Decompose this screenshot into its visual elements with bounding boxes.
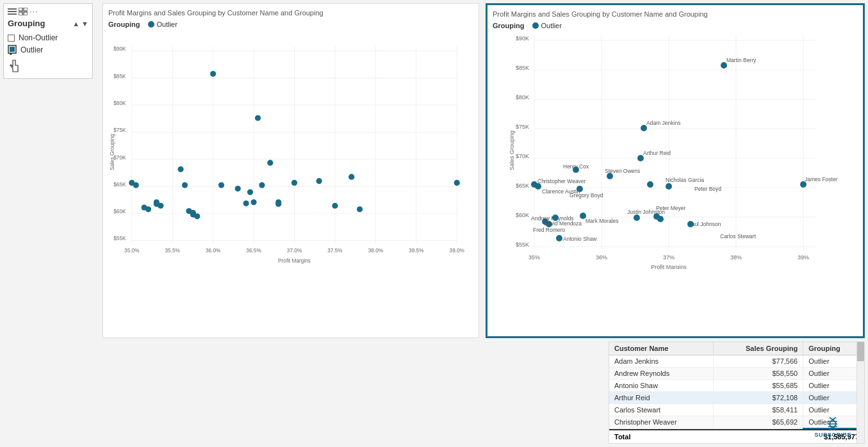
- sort-up-icon[interactable]: ▲: [72, 20, 79, 28]
- svg-point-49: [145, 206, 151, 212]
- svg-rect-5: [19, 12, 22, 15]
- cell-sales: $55,685: [714, 380, 803, 392]
- table-row: Arthur Reid $72,108 Outlier: [609, 392, 864, 404]
- cell-grouping: Outlier: [803, 404, 864, 416]
- svg-text:Antonio Shaw: Antonio Shaw: [563, 236, 597, 242]
- svg-point-69: [275, 199, 281, 205]
- svg-text:Sales Grouping: Sales Grouping: [110, 134, 115, 170]
- filter-title: Grouping: [8, 19, 45, 28]
- non-outlier-label: Non-Outlier: [19, 33, 58, 42]
- svg-text:$80K: $80K: [113, 101, 126, 106]
- cell-name: Carlos Stewart: [609, 404, 714, 416]
- svg-point-58: [194, 213, 200, 219]
- svg-text:Sales Grouping: Sales Grouping: [509, 131, 515, 170]
- svg-text:36.0%: 36.0%: [206, 248, 221, 254]
- svg-point-132: [647, 181, 653, 188]
- svg-point-106: [535, 183, 541, 190]
- svg-point-66: [259, 182, 265, 188]
- svg-text:Nicholas Garcia: Nicholas Garcia: [666, 177, 704, 183]
- cell-name: Antonio Shaw: [609, 380, 714, 392]
- svg-text:35.5%: 35.5%: [165, 248, 180, 254]
- more-icon: ···: [29, 6, 38, 16]
- left-chart-svg: $55K $60K $65K $70K $75K $80K $85K $90K …: [108, 31, 473, 268]
- svg-text:$90K: $90K: [113, 46, 126, 52]
- menu-icon: [8, 8, 17, 15]
- svg-text:$60K: $60K: [516, 212, 529, 218]
- cell-grouping: Outlier: [803, 392, 864, 404]
- left-legend-dot: [148, 21, 154, 28]
- left-legend-outlier-item: Outlier: [148, 20, 177, 28]
- sort-down-icon[interactable]: ▼: [81, 20, 88, 28]
- filter-card-icons: ···: [8, 6, 38, 16]
- svg-point-63: [247, 190, 253, 195]
- svg-text:$85K: $85K: [113, 74, 126, 79]
- svg-point-114: [556, 235, 562, 241]
- filter-item-non-outlier[interactable]: Non-Outlier: [8, 33, 88, 42]
- svg-point-75: [454, 180, 460, 186]
- svg-text:Carlos Stewart: Carlos Stewart: [720, 233, 756, 240]
- svg-text:37.0%: 37.0%: [287, 248, 302, 254]
- svg-text:37.5%: 37.5%: [327, 248, 343, 254]
- subscribe-label[interactable]: SUBSCRIBE: [814, 432, 851, 438]
- left-chart: Profit Margins and Sales Grouping by Cus…: [102, 3, 479, 338]
- cell-sales: $58,550: [714, 368, 803, 380]
- svg-point-47: [133, 182, 139, 188]
- svg-rect-4: [24, 8, 28, 11]
- svg-point-52: [158, 203, 163, 209]
- left-legend-outlier: Outlier: [157, 20, 177, 28]
- cell-sales: $65,692: [714, 416, 803, 429]
- svg-point-136: [657, 216, 664, 222]
- cell-grouping: Outlier: [803, 355, 864, 368]
- svg-text:$70K: $70K: [113, 155, 126, 161]
- svg-text:Arthur Reid: Arthur Reid: [643, 150, 671, 156]
- svg-text:36.5%: 36.5%: [246, 248, 261, 254]
- filter-items: Non-Outlier Outlier: [8, 32, 88, 56]
- svg-rect-3: [19, 8, 22, 11]
- svg-text:James Foster: James Foster: [805, 176, 838, 183]
- grid-icon: [19, 8, 28, 15]
- svg-point-130: [666, 183, 672, 190]
- subscribe-button[interactable]: SUBSCRIBE: [814, 416, 851, 438]
- col-sales-grouping: Sales Grouping: [714, 342, 803, 355]
- right-legend-dot: [532, 22, 539, 29]
- svg-text:$75K: $75K: [113, 127, 126, 133]
- svg-rect-1: [8, 11, 17, 12]
- svg-text:$65K: $65K: [516, 183, 529, 189]
- cell-name: Andrew Reynolds: [609, 368, 714, 380]
- svg-text:Peter Boyd: Peter Boyd: [694, 186, 721, 192]
- top-row: Profit Margins and Sales Grouping by Cus…: [102, 3, 865, 338]
- svg-text:$90K: $90K: [516, 35, 529, 42]
- svg-text:Profit Margins: Profit Margins: [651, 264, 687, 269]
- filter-item-outlier[interactable]: Outlier: [8, 45, 88, 55]
- cell-sales: $77,566: [714, 355, 803, 368]
- svg-text:$70K: $70K: [516, 153, 529, 159]
- bottom-row: Customer Name Sales Grouping Grouping Ad…: [102, 341, 865, 444]
- svg-text:35.0%: 35.0%: [124, 248, 140, 254]
- cell-name: Christopher Weaver: [609, 416, 714, 429]
- non-outlier-checkbox[interactable]: [8, 35, 15, 42]
- svg-text:Christopher Weaver: Christopher Weaver: [537, 178, 586, 184]
- svg-text:Mark Morales: Mark Morales: [585, 218, 618, 224]
- scrollbar[interactable]: [856, 342, 864, 443]
- hand-cursor-icon: [9, 59, 22, 73]
- svg-text:$85K: $85K: [516, 65, 529, 71]
- svg-point-67: [267, 160, 273, 166]
- svg-point-59: [210, 71, 216, 77]
- scrollbar-thumb[interactable]: [857, 342, 864, 361]
- svg-text:38%: 38%: [730, 254, 742, 261]
- svg-text:Adam Jenkins: Adam Jenkins: [646, 120, 680, 126]
- col-grouping: Grouping: [803, 342, 864, 355]
- dna-icon: [826, 416, 840, 432]
- svg-text:36%: 36%: [596, 254, 607, 261]
- table-row: Carlos Stewart $58,411 Outlier: [609, 404, 864, 416]
- filter-card-header: ···: [8, 6, 88, 16]
- svg-point-60: [218, 182, 224, 188]
- svg-text:$65K: $65K: [113, 182, 126, 188]
- left-chart-title: Profit Margins and Sales Grouping by Cus…: [108, 9, 473, 17]
- svg-point-124: [634, 215, 640, 221]
- col-customer-name: Customer Name: [609, 342, 714, 355]
- cell-name: Adam Jenkins: [609, 355, 714, 368]
- svg-text:Steven Owens: Steven Owens: [605, 168, 640, 174]
- svg-point-70: [291, 180, 297, 186]
- svg-text:$80K: $80K: [516, 94, 529, 101]
